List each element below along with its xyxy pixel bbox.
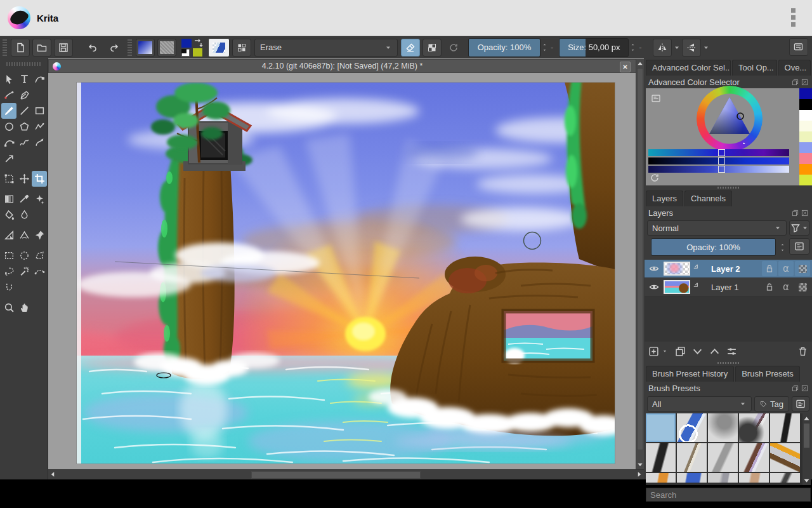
- update-color-history-icon[interactable]: [650, 173, 660, 183]
- history-swatch-blue[interactable]: [799, 88, 812, 99]
- preset-display-mode-button[interactable]: [792, 396, 809, 411]
- calligraphy-tool[interactable]: [1, 87, 16, 103]
- layer-lock-icon[interactable]: [762, 279, 777, 295]
- scroll-right-arrow-icon[interactable]: [636, 471, 643, 478]
- preset-eraser-circle[interactable]: [677, 413, 707, 442]
- color-selector-settings-icon[interactable]: [651, 93, 661, 104]
- tab-brush-presets[interactable]: Brush Presets: [735, 366, 800, 382]
- document-close-button[interactable]: ✕: [620, 62, 631, 72]
- undo-button[interactable]: [83, 39, 102, 57]
- canvas-vertical-scrollbar[interactable]: [636, 59, 644, 469]
- move-layer-up-button[interactable]: [709, 346, 720, 357]
- preset-detail-brush[interactable]: [739, 443, 769, 472]
- opacity-slider[interactable]: Opacity: 100%: [468, 38, 540, 57]
- history-swatch-yellow-green[interactable]: [799, 175, 812, 185]
- Layer 1[interactable]: Layer 1 α: [645, 278, 812, 297]
- canvas-horizontal-scrollbar[interactable]: [48, 469, 644, 479]
- preset-tag-filter-combobox[interactable]: All: [647, 396, 752, 411]
- multibrush-tool[interactable]: [1, 150, 16, 166]
- line-tool[interactable]: [16, 103, 32, 119]
- layer-visibility-eye-icon[interactable]: [645, 264, 664, 274]
- mirror-vertical-dropdown[interactable]: [702, 44, 710, 51]
- freehand-select-path-tool[interactable]: [16, 135, 32, 150]
- preset-paintbrush-orange[interactable]: [770, 443, 800, 472]
- gradient-chooser-button[interactable]: [136, 39, 155, 57]
- workspace-chooser-button[interactable]: [789, 38, 808, 56]
- history-swatch-black[interactable]: [799, 99, 812, 110]
- reference-images-tool[interactable]: [32, 227, 47, 243]
- document-window-titlebar[interactable]: 4.2.10 (git 406e87b): [Not Saved] (47,2 …: [48, 59, 636, 73]
- preset-pencil-dark[interactable]: [770, 413, 800, 442]
- blend-mode-combobox[interactable]: Normal: [647, 220, 787, 236]
- shade-bar-3[interactable]: [648, 166, 789, 173]
- tab-tool-options[interactable]: Tool Op...: [732, 60, 776, 76]
- duplicate-layer-button[interactable]: [675, 346, 686, 357]
- mirror-horizontal-dropdown[interactable]: [673, 44, 681, 51]
- preset-fineliner[interactable]: [677, 443, 707, 472]
- freehand-select-tool[interactable]: [1, 264, 16, 279]
- scroll-left-arrow-icon[interactable]: [49, 471, 56, 478]
- history-swatch-white[interactable]: [799, 110, 812, 121]
- spin-down-icon[interactable]: [542, 48, 547, 52]
- layer-inherit-alpha-icon[interactable]: [795, 261, 810, 276]
- pattern-chooser-button[interactable]: [157, 39, 176, 57]
- shade-bar-2[interactable]: [648, 157, 789, 164]
- preset-partial-3[interactable]: [708, 473, 738, 483]
- paintop-combobox[interactable]: Erase: [254, 39, 398, 57]
- save-button[interactable]: [54, 39, 73, 57]
- tab-channels[interactable]: Channels: [684, 190, 732, 206]
- rectangle-tool[interactable]: [32, 103, 47, 119]
- history-swatch-orange[interactable]: [799, 164, 812, 175]
- close-docker-icon[interactable]: [801, 79, 808, 86]
- text-tool[interactable]: [16, 71, 32, 87]
- zoom-tool[interactable]: [1, 300, 16, 316]
- delete-layer-button[interactable]: [797, 346, 808, 357]
- swap-colors-icon[interactable]: [193, 38, 203, 48]
- float-docker-icon[interactable]: [792, 79, 799, 86]
- open-document-button[interactable]: [32, 39, 51, 57]
- toolbar-drag-handle[interactable]: [3, 39, 7, 56]
- crop-tool[interactable]: [32, 171, 47, 187]
- pan-tool[interactable]: [16, 300, 32, 316]
- ellipse-tool[interactable]: [1, 119, 16, 135]
- move-layer-down-button[interactable]: [692, 346, 703, 357]
- preserve-alpha-toggle[interactable]: [422, 39, 442, 57]
- layer-filter-button[interactable]: [789, 220, 809, 236]
- layer-alpha-lock-icon[interactable]: α: [778, 261, 794, 276]
- mirror-vertical-button[interactable]: [682, 39, 701, 57]
- bezier-select-tool[interactable]: [32, 264, 47, 279]
- layer-alpha-lock-icon[interactable]: α: [778, 279, 794, 295]
- vertical-scroll-thumb[interactable]: [637, 68, 643, 450]
- opacity-spinner[interactable]: [542, 43, 547, 52]
- layer-opacity-spinner[interactable]: [780, 238, 785, 256]
- pattern-edit-tool[interactable]: [32, 191, 47, 207]
- choose-brush-preset-button[interactable]: [232, 39, 251, 57]
- size-spinner[interactable]: [630, 43, 636, 52]
- size-slider[interactable]: Size: 50,00 px: [559, 38, 629, 57]
- current-brush-preset-button[interactable]: [208, 38, 230, 57]
- layer-lock-icon[interactable]: [762, 261, 777, 276]
- history-swatch-pink[interactable]: [799, 153, 812, 164]
- default-colors-swatch[interactable]: [181, 49, 190, 57]
- advanced-color-selector[interactable]: [646, 88, 811, 185]
- preset-search-input[interactable]: Search: [646, 488, 811, 502]
- spin-down-icon[interactable]: [780, 248, 785, 252]
- scroll-down-arrow-icon[interactable]: [636, 461, 644, 469]
- reload-preset-button[interactable]: [444, 39, 463, 57]
- layer-thumbnail[interactable]: [664, 280, 690, 294]
- redo-button[interactable]: [105, 39, 124, 57]
- rectangular-select-tool[interactable]: [1, 248, 16, 264]
- fill-tool[interactable]: [1, 207, 16, 223]
- layer-view-properties-button[interactable]: [789, 238, 809, 255]
- preset-scrollbar[interactable]: [802, 413, 811, 485]
- preset-eraser-hard[interactable]: [646, 413, 676, 442]
- history-swatch-cream[interactable]: [799, 121, 812, 131]
- close-docker-icon[interactable]: [801, 385, 808, 392]
- scroll-up-arrow-icon[interactable]: [636, 60, 644, 67]
- toolbar-drag-handle-2[interactable]: [128, 39, 132, 56]
- history-swatch-pale-green[interactable]: [799, 131, 812, 142]
- tab-advanced-color-selector[interactable]: Advanced Color Sel...: [646, 60, 731, 76]
- preset-ink-splash-pen[interactable]: [739, 413, 769, 442]
- layer-properties-button[interactable]: [726, 346, 737, 357]
- similar-color-select-tool[interactable]: [16, 264, 32, 279]
